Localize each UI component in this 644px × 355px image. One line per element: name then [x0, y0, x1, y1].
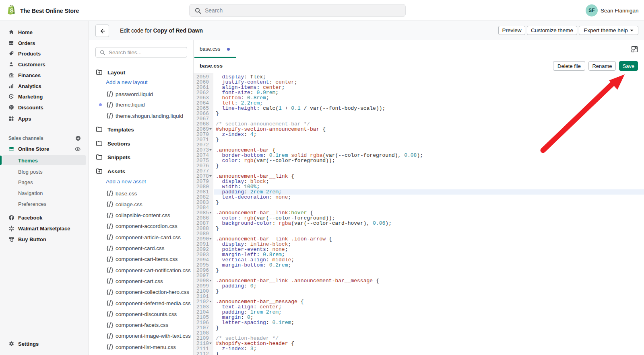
svg-text:S: S: [10, 7, 13, 14]
